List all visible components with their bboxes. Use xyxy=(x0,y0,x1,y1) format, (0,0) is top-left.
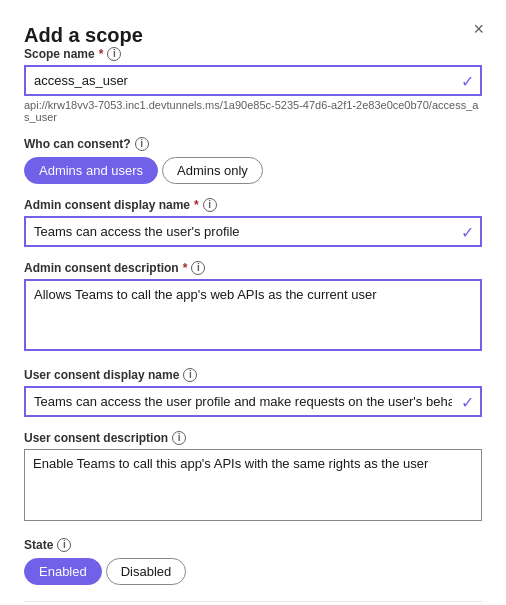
who-can-consent-label: Who can consent? i xyxy=(24,137,482,151)
action-divider xyxy=(24,601,482,602)
admin-consent-description-label: Admin consent description * i xyxy=(24,261,482,275)
consent-admins-only-button[interactable]: Admins only xyxy=(162,157,263,184)
user-consent-display-name-label: User consent display name i xyxy=(24,368,482,382)
state-info-icon[interactable]: i xyxy=(57,538,71,552)
admin-consent-description-group: Admin consent description * i Allows Tea… xyxy=(24,261,482,354)
admin-consent-display-name-input-wrapper: ✓ xyxy=(24,216,482,247)
dialog-title: Add a scope xyxy=(24,24,143,46)
admin-consent-description-info-icon[interactable]: i xyxy=(191,261,205,275)
who-can-consent-group: Who can consent? i Admins and users Admi… xyxy=(24,137,482,184)
admin-consent-display-name-group: Admin consent display name * i ✓ xyxy=(24,198,482,247)
scope-name-group: Scope name * i ✓ api://krw18vv3-7053.inc… xyxy=(24,47,482,123)
user-consent-display-name-info-icon[interactable]: i xyxy=(183,368,197,382)
user-consent-display-name-input-wrapper: ✓ xyxy=(24,386,482,417)
user-consent-display-name-group: User consent display name i ✓ xyxy=(24,368,482,417)
admin-consent-display-name-label: Admin consent display name * i xyxy=(24,198,482,212)
scope-name-info-icon[interactable]: i xyxy=(107,47,121,61)
scope-api-url: api://krw18vv3-7053.inc1.devtunnels.ms/1… xyxy=(24,99,482,123)
admin-consent-display-name-check-icon: ✓ xyxy=(461,222,474,241)
state-group: State i Enabled Disabled xyxy=(24,538,482,585)
who-can-consent-info-icon[interactable]: i xyxy=(135,137,149,151)
scope-name-label: Scope name * i xyxy=(24,47,482,61)
consent-buttons-group: Admins and users Admins only xyxy=(24,157,482,184)
state-label: State i xyxy=(24,538,482,552)
consent-admins-users-button[interactable]: Admins and users xyxy=(24,157,158,184)
admin-consent-display-name-input[interactable] xyxy=(24,216,482,247)
scope-name-input-wrapper: ✓ xyxy=(24,65,482,96)
scope-name-input[interactable] xyxy=(24,65,482,96)
state-disabled-button[interactable]: Disabled xyxy=(106,558,187,585)
admin-consent-display-name-info-icon[interactable]: i xyxy=(203,198,217,212)
close-button[interactable]: × xyxy=(469,18,488,40)
add-scope-dialog: Add a scope × Scope name * i ✓ api://krw… xyxy=(0,0,506,605)
user-consent-description-textarea[interactable]: Enable Teams to call this app's APIs wit… xyxy=(24,449,482,521)
scope-name-check-icon: ✓ xyxy=(461,71,474,90)
state-enabled-button[interactable]: Enabled xyxy=(24,558,102,585)
admin-consent-description-textarea[interactable]: Allows Teams to call the app's web APIs … xyxy=(24,279,482,351)
user-consent-description-info-icon[interactable]: i xyxy=(172,431,186,445)
user-consent-display-name-check-icon: ✓ xyxy=(461,392,474,411)
state-buttons-group: Enabled Disabled xyxy=(24,558,482,585)
user-consent-display-name-input[interactable] xyxy=(24,386,482,417)
user-consent-description-group: User consent description i Enable Teams … xyxy=(24,431,482,524)
user-consent-description-label: User consent description i xyxy=(24,431,482,445)
